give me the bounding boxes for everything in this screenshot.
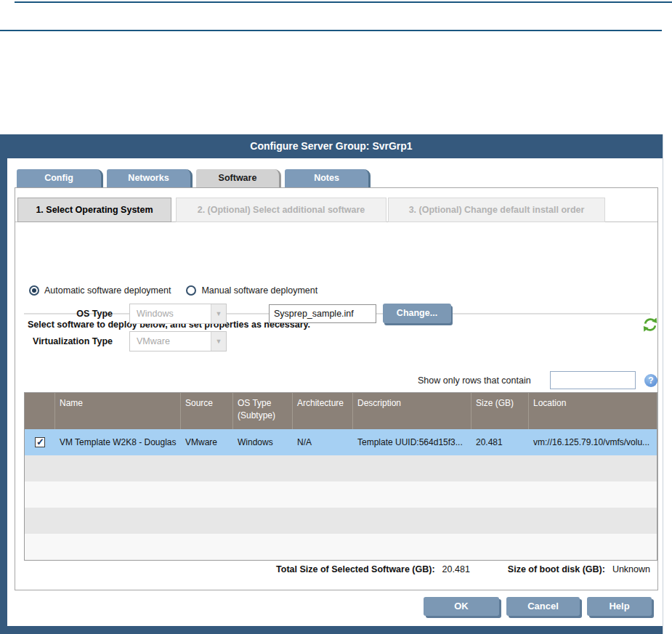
- subtab-install-order: 3. (Optional) Change default install ord…: [388, 198, 605, 222]
- os-type-dropdown: Windows ▼: [129, 304, 227, 324]
- page-second-rule: [0, 30, 662, 31]
- tab-config[interactable]: Config: [17, 169, 103, 187]
- header-name: Name: [55, 393, 181, 429]
- dialog-left-edge: [0, 158, 7, 626]
- check-icon: ✓: [36, 437, 44, 447]
- virtualization-type-value: VMware: [130, 332, 211, 351]
- manual-deployment-label: Manual software deployment: [201, 285, 317, 296]
- tab-software[interactable]: Software: [196, 169, 281, 187]
- header-description: Description: [353, 393, 471, 429]
- automatic-deployment-radio[interactable]: [29, 285, 39, 296]
- tab-notes[interactable]: Notes: [285, 169, 371, 187]
- cancel-button[interactable]: Cancel: [506, 597, 580, 616]
- subtab-select-os[interactable]: 1. Select Operating System: [17, 198, 171, 222]
- header-checkbox-column: [25, 393, 55, 429]
- chevron-down-icon: ▼: [211, 304, 226, 323]
- header-os-type: OS Type (Subtype): [233, 393, 293, 429]
- software-panel: 1. Select Operating System 2. (Optional)…: [15, 187, 658, 590]
- cell-architecture: N/A: [293, 437, 353, 447]
- header-size: Size (GB): [471, 393, 529, 429]
- table-header: Name Source OS Type (Subtype) Architectu…: [25, 393, 657, 429]
- boot-disk-value: Unknown: [612, 564, 650, 574]
- help-button[interactable]: Help: [587, 597, 652, 616]
- os-type-value: Windows: [130, 304, 211, 323]
- cell-os-type: Windows: [233, 437, 293, 447]
- virtualization-type-dropdown: VMware ▼: [129, 331, 227, 351]
- software-table: Name Source OS Type (Subtype) Architectu…: [24, 392, 657, 561]
- chevron-down-icon: ▼: [211, 332, 226, 351]
- refresh-icon[interactable]: [642, 317, 658, 333]
- filter-input[interactable]: [550, 371, 636, 389]
- deployment-radio-group: Automatic software deployment Manual sof…: [29, 285, 333, 296]
- ok-button[interactable]: OK: [424, 597, 499, 616]
- header-location: Location: [529, 393, 658, 429]
- help-icon[interactable]: ?: [644, 374, 657, 387]
- configure-server-group-dialog: Configure Server Group: SvrGrp1 Config N…: [0, 134, 663, 634]
- cell-description: Template UUID:564d15f3...: [353, 437, 471, 447]
- tab-networks[interactable]: Networks: [107, 169, 193, 187]
- radio-dot: [32, 288, 36, 293]
- cell-name: VM Template W2K8 - Douglas: [55, 437, 181, 447]
- empty-table-row: [25, 534, 657, 560]
- dialog-title: Configure Server Group: SvrGrp1: [0, 134, 663, 158]
- screenshot-page: Configure Server Group: SvrGrp1 Config N…: [0, 0, 672, 634]
- manual-deployment-radio[interactable]: [186, 285, 196, 296]
- row-checkbox[interactable]: ✓: [35, 437, 45, 447]
- table-row[interactable]: ✓ VM Template W2K8 - Douglas VMware Wind…: [25, 429, 657, 455]
- filter-label: Show only rows that contain: [418, 371, 531, 390]
- sysprep-file-field[interactable]: [269, 304, 376, 323]
- change-button[interactable]: Change...: [383, 304, 451, 323]
- virtualization-type-label: Virtualization Type: [24, 331, 113, 351]
- total-size-label: Total Size of Selected Software (GB):: [276, 564, 435, 574]
- empty-table-row: [25, 508, 657, 534]
- empty-table-row: [25, 481, 657, 508]
- header-source: Source: [181, 393, 233, 429]
- totals-row: Total Size of Selected Software (GB): 20…: [15, 564, 657, 574]
- cell-location: vm://16.125.79.10/vmfs/volu...: [529, 437, 658, 447]
- os-type-label: OS Type: [24, 304, 113, 324]
- cell-source: VMware: [181, 437, 233, 447]
- empty-table-row: [25, 455, 657, 481]
- header-architecture: Architecture: [293, 393, 353, 429]
- boot-disk-label: Size of boot disk (GB):: [508, 564, 605, 574]
- automatic-deployment-label: Automatic software deployment: [44, 285, 171, 296]
- cell-size: 20.481: [471, 437, 529, 447]
- total-size-value: 20.481: [442, 564, 470, 574]
- row-checkbox-cell: ✓: [25, 437, 55, 447]
- subtab-additional-software: 2. (Optional) Select additional software: [176, 198, 386, 222]
- dialog-bottom-edge: [0, 626, 663, 634]
- page-top-rule: [15, 1, 672, 3]
